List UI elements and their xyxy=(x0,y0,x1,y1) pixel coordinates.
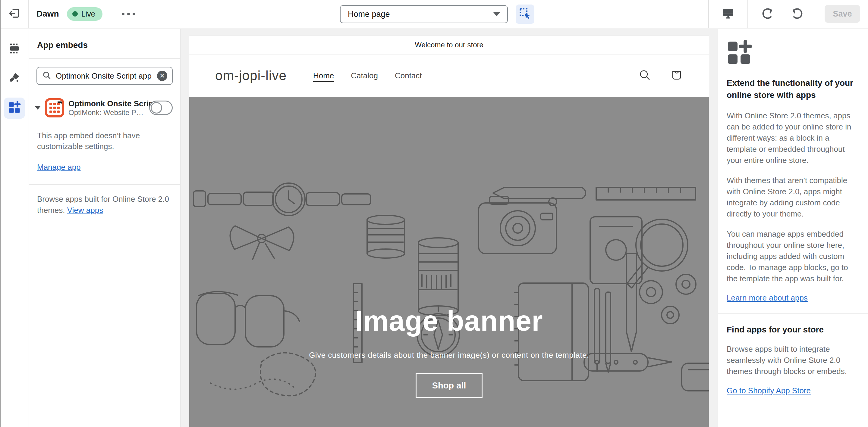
announcement-bar[interactable]: Welcome to our store xyxy=(189,36,709,54)
app-embeds-panel: App embeds ✕ Optimonk Onsite Script Opti… xyxy=(29,29,181,427)
rail-item-sections[interactable] xyxy=(4,38,25,60)
window-edge xyxy=(0,0,1,427)
apps-info-paragraph-1: With Online Store 2.0 themes, apps can b… xyxy=(727,110,859,166)
topbar-actions: Save xyxy=(708,0,868,28)
redo-icon xyxy=(790,7,804,21)
theme-editor: Dawn Live Home page xyxy=(0,0,868,427)
apps-plus-icon xyxy=(727,40,860,67)
nav-item-home[interactable]: Home xyxy=(313,71,334,80)
banner-content: Image banner Give customers details abou… xyxy=(189,305,709,398)
cart-icon[interactable] xyxy=(670,69,683,83)
disclosure-caret-icon[interactable] xyxy=(35,106,41,109)
live-status-badge: Live xyxy=(67,7,102,21)
theme-more-menu-button[interactable] xyxy=(119,10,138,19)
search-icon xyxy=(42,70,52,81)
shop-all-button[interactable]: Shop all xyxy=(415,373,483,398)
no-settings-text: This app embed doesn’t have customizable… xyxy=(29,118,180,152)
inspector-icon xyxy=(519,7,531,21)
view-apps-link[interactable]: View apps xyxy=(67,206,103,215)
inspector-mode-button[interactable] xyxy=(516,4,534,24)
editor-sidebar-rail xyxy=(0,29,29,427)
save-button[interactable]: Save xyxy=(825,5,860,23)
banner-title: Image banner xyxy=(189,305,709,337)
app-embed-developer: OptiMonk: Website Personali... xyxy=(68,108,145,117)
exit-icon xyxy=(7,7,21,21)
page-selector-value: Home page xyxy=(348,10,493,19)
divider xyxy=(718,314,868,314)
store-header-icons xyxy=(638,69,683,83)
device-preview-group xyxy=(708,0,747,28)
nav-item-catalog[interactable]: Catalog xyxy=(351,71,378,80)
toggle-knob xyxy=(151,102,162,113)
browse-apps-text: Browse apps built for Online Store 2.0 t… xyxy=(29,185,180,216)
theme-preview-area: Welcome to our store om-jopi-live Home C… xyxy=(181,29,718,427)
topbar: Dawn Live Home page xyxy=(0,0,868,28)
desktop-preview-icon xyxy=(721,7,735,21)
live-badge-label: Live xyxy=(82,10,95,19)
banner-subtitle: Give customers details about the banner … xyxy=(189,351,709,360)
learn-more-apps-link[interactable]: Learn more about apps xyxy=(727,293,808,303)
app-embeds-icon xyxy=(8,101,21,115)
app-embed-texts: Optimonk Onsite Script OptiMonk: Website… xyxy=(68,99,145,117)
undo-button[interactable] xyxy=(759,5,776,23)
theme-settings-icon xyxy=(8,72,21,86)
redo-button[interactable] xyxy=(788,5,806,23)
apps-info-panel: Extend the functionality of your online … xyxy=(718,29,868,427)
history-group xyxy=(747,0,817,28)
apps-info-title: Extend the functionality of your online … xyxy=(727,77,856,101)
chevron-down-icon xyxy=(493,12,500,16)
rail-item-app-embeds[interactable] xyxy=(4,98,25,119)
panel-title: App embeds xyxy=(29,29,180,58)
find-apps-title: Find apps for your store xyxy=(727,325,860,334)
live-dot-icon xyxy=(72,11,78,17)
app-embed-search: ✕ xyxy=(36,67,173,85)
shopify-app-store-link[interactable]: Go to Shopify App Store xyxy=(727,386,811,395)
theme-name: Dawn xyxy=(36,9,59,19)
page-selector[interactable]: Home page xyxy=(340,5,508,23)
rail-item-theme-settings[interactable] xyxy=(4,68,25,89)
find-apps-text: Browse apps built to integrate seamlessl… xyxy=(727,343,859,377)
app-embed-name: Optimonk Onsite Script xyxy=(68,99,145,108)
apps-info-paragraph-3: You can manage apps embedded throughout … xyxy=(727,229,859,284)
store-logo[interactable]: om-jopi-live xyxy=(215,68,287,83)
storefront-canvas: Welcome to our store om-jopi-live Home C… xyxy=(189,36,709,427)
desktop-preview-button[interactable] xyxy=(720,5,737,23)
search-icon[interactable] xyxy=(638,69,651,83)
undo-icon xyxy=(761,7,775,21)
search-input[interactable] xyxy=(56,71,153,81)
manage-app-link[interactable]: Manage app xyxy=(37,163,81,172)
store-nav: Home Catalog Contact xyxy=(313,71,638,80)
apps-info-paragraph-2: With themes that aren’t compatible with … xyxy=(727,175,859,220)
clear-search-button[interactable]: ✕ xyxy=(157,71,167,81)
more-icon xyxy=(122,13,124,15)
divider xyxy=(29,58,180,59)
nav-item-contact[interactable]: Contact xyxy=(395,71,422,80)
exit-editor-button[interactable] xyxy=(0,0,29,28)
theme-meta: Dawn Live xyxy=(29,7,138,21)
app-embed-row[interactable]: Optimonk Onsite Script OptiMonk: Website… xyxy=(35,98,173,118)
optimonk-app-icon xyxy=(45,98,64,118)
sections-icon xyxy=(8,42,21,56)
store-header: om-jopi-live Home Catalog Contact xyxy=(189,54,709,97)
app-embed-toggle[interactable] xyxy=(149,101,173,115)
image-banner-section[interactable]: Image banner Give customers details abou… xyxy=(189,97,709,427)
